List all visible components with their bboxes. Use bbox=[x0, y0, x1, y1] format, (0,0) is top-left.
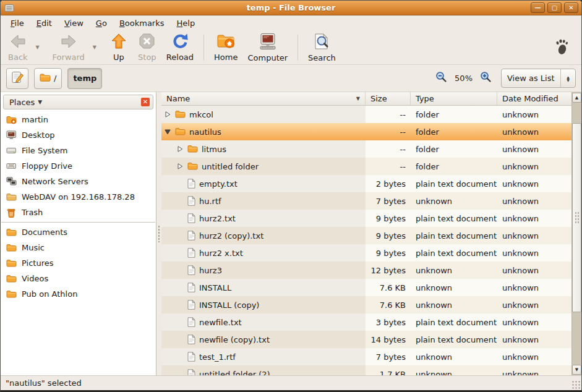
menu-file[interactable]: File bbox=[4, 17, 30, 30]
computer-icon bbox=[259, 33, 277, 52]
expander-collapsed-icon[interactable] bbox=[164, 111, 171, 117]
expander-collapsed-icon[interactable] bbox=[176, 146, 184, 152]
sidebar-item-pub-on-athlon[interactable]: Pub on Athlon bbox=[1, 286, 156, 302]
drive-icon bbox=[6, 147, 17, 155]
computer-button[interactable]: Computer bbox=[242, 32, 293, 64]
zoom-controls: 50% bbox=[435, 71, 492, 85]
minimize-button[interactable]: — bbox=[531, 2, 545, 13]
file-name: hurz2 (copy).txt bbox=[199, 231, 263, 241]
file-icon bbox=[187, 213, 195, 223]
file-icon bbox=[187, 300, 195, 310]
edit-location-button[interactable] bbox=[6, 68, 28, 89]
menu-help[interactable]: Help bbox=[171, 17, 202, 30]
file-date-modified: unknown bbox=[497, 192, 571, 210]
table-row[interactable]: INSTALL7.6 KBunknownunknown bbox=[161, 279, 571, 296]
table-row[interactable]: hurz312 bytesunknownunknown bbox=[161, 262, 571, 279]
table-row[interactable]: untitled folder--folderunknown bbox=[161, 158, 571, 175]
view-selector[interactable]: View as List ▲▼ bbox=[501, 69, 576, 88]
table-row[interactable]: newfile (copy).txt14 bytesplain text doc… bbox=[161, 331, 571, 348]
menu-go[interactable]: Go bbox=[90, 17, 113, 30]
file-type: unknown bbox=[411, 279, 497, 296]
column-header-name[interactable]: Name▼ bbox=[161, 92, 366, 105]
sidebar-item-videos[interactable]: Videos bbox=[1, 271, 156, 286]
table-row[interactable]: INSTALL (copy)7.6 KBunknownunknown bbox=[161, 296, 571, 313]
file-name: mkcol bbox=[189, 110, 213, 119]
sidebar-item-network-servers[interactable]: Network Servers bbox=[1, 174, 156, 189]
gnome-foot-icon bbox=[554, 39, 570, 56]
forward-history-dropdown[interactable]: ▼ bbox=[90, 32, 100, 64]
folder-icon bbox=[6, 290, 17, 299]
file-list: Name▼ Size Type Date Modified mkcol--fol… bbox=[161, 92, 581, 375]
reload-icon bbox=[171, 33, 188, 51]
file-size: 7 bytes bbox=[366, 348, 411, 365]
resize-grip[interactable] bbox=[571, 380, 580, 389]
scroll-down-button[interactable]: ▼ bbox=[572, 365, 581, 375]
file-name: hurz3 bbox=[199, 266, 222, 275]
sidebar-item-desktop[interactable]: Desktop bbox=[1, 127, 156, 143]
scrollbar-thumb[interactable] bbox=[572, 123, 581, 312]
places-sidebar: Places ▼ ✕ martinDesktopFile SystemFlopp… bbox=[1, 92, 156, 375]
sidebar-item-martin[interactable]: martin bbox=[1, 112, 156, 127]
sidebar-item-label: Network Servers bbox=[22, 177, 88, 186]
table-row[interactable]: hu.rtf7 bytesunknownunknown bbox=[161, 192, 571, 210]
path-button-root[interactable]: / bbox=[34, 68, 62, 89]
sidebar-item-webdav-on-192-168-178-28[interactable]: WebDAV on 192.168.178.28 bbox=[1, 189, 156, 205]
close-button[interactable]: ✕ bbox=[564, 2, 578, 13]
file-size: 12 bytes bbox=[366, 262, 411, 279]
titlebar[interactable]: temp - File Browser —▢✕ bbox=[1, 1, 581, 15]
menu-edit[interactable]: Edit bbox=[30, 17, 58, 30]
table-row[interactable]: hurz2.txt9 bytesplain text documentunkno… bbox=[161, 210, 571, 227]
zoom-out-button[interactable] bbox=[435, 71, 447, 85]
sidebar-item-trash[interactable]: Trash bbox=[1, 205, 156, 220]
file-size: 9 bytes bbox=[366, 210, 411, 227]
home-icon bbox=[216, 33, 235, 51]
search-button[interactable]: Search bbox=[303, 32, 341, 64]
pane-splitter[interactable] bbox=[156, 92, 161, 375]
file-date-modified: unknown bbox=[497, 106, 571, 123]
toolbar-button-label: Search bbox=[308, 53, 336, 62]
table-row[interactable]: hurz2 (copy).txt9 bytesplain text docume… bbox=[161, 227, 571, 244]
sidebar-item-floppy-drive[interactable]: Floppy Drive bbox=[1, 158, 156, 174]
sidebar-item-music[interactable]: Music bbox=[1, 240, 156, 255]
table-row[interactable]: litmus--folderunknown bbox=[161, 140, 571, 158]
up-button[interactable]: Up bbox=[105, 32, 133, 64]
vertical-scrollbar[interactable]: ▲ ▼ bbox=[571, 92, 581, 375]
path-button-temp[interactable]: temp bbox=[67, 68, 102, 89]
expander-collapsed-icon[interactable] bbox=[176, 163, 184, 169]
forward-icon bbox=[60, 33, 77, 51]
places-header[interactable]: Places ▼ ✕ bbox=[3, 95, 153, 109]
statusbar: "nautilus" selected bbox=[1, 375, 581, 390]
sidebar-item-label: martin bbox=[22, 115, 48, 124]
table-row[interactable]: empty.txt2 bytesplain text documentunkno… bbox=[161, 175, 571, 192]
column-header-size[interactable]: Size bbox=[366, 92, 411, 105]
table-row[interactable]: hurz2 x.txt9 bytesplain text documentunk… bbox=[161, 244, 571, 262]
maximize-button[interactable]: ▢ bbox=[547, 2, 562, 13]
zoom-in-button[interactable] bbox=[480, 71, 492, 85]
window-controls: —▢✕ bbox=[531, 2, 578, 13]
file-date-modified: unknown bbox=[497, 296, 571, 313]
table-row[interactable]: untitled folder (2)1.7 KBunknownunknown bbox=[161, 365, 571, 375]
sidebar-item-label: Music bbox=[22, 243, 45, 252]
expander-expanded-icon[interactable] bbox=[164, 129, 171, 135]
sidebar-item-file-system[interactable]: File System bbox=[1, 143, 156, 158]
scroll-up-button[interactable]: ▲ bbox=[572, 93, 581, 103]
column-header-date[interactable]: Date Modified bbox=[497, 92, 581, 105]
reload-button[interactable]: Reload bbox=[161, 32, 199, 64]
file-name: untitled folder bbox=[202, 162, 259, 171]
back-history-dropdown[interactable]: ▼ bbox=[33, 32, 43, 64]
table-row[interactable]: newfile.txt3 bytesplain text documentunk… bbox=[161, 313, 571, 331]
sidebar-item-documents[interactable]: Documents bbox=[1, 224, 156, 240]
menu-bookmarks[interactable]: Bookmarks bbox=[113, 17, 171, 30]
table-row[interactable]: mkcol--folderunknown bbox=[161, 106, 571, 123]
table-row[interactable]: test_1.rtf7 bytesunknownunknown bbox=[161, 348, 571, 365]
file-icon bbox=[187, 283, 195, 292]
menu-view[interactable]: View bbox=[58, 17, 90, 30]
sidebar-item-pictures[interactable]: Pictures bbox=[1, 255, 156, 271]
file-type: unknown bbox=[411, 365, 497, 375]
column-header-type[interactable]: Type bbox=[411, 92, 497, 105]
close-sidebar-button[interactable]: ✕ bbox=[141, 98, 150, 106]
file-size: 14 bytes bbox=[366, 331, 411, 348]
home-button[interactable]: Home bbox=[209, 32, 242, 64]
table-row[interactable]: nautilus--folderunknown bbox=[161, 123, 571, 140]
file-type: unknown bbox=[411, 262, 497, 279]
